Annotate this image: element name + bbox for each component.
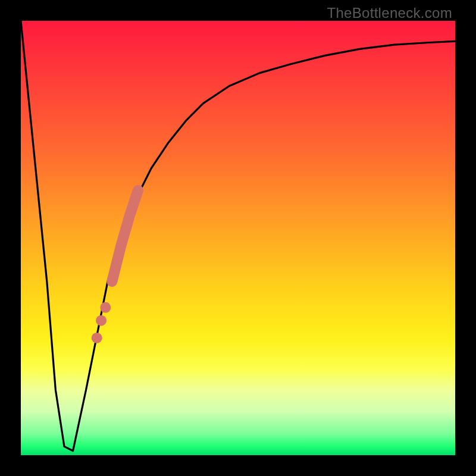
watermark-text: TheBottleneck.com <box>327 5 452 21</box>
curve-path <box>21 21 455 451</box>
bottleneck-curve <box>21 21 455 451</box>
chart-frame: TheBottleneck.com <box>0 0 476 476</box>
marker-dot <box>92 333 102 343</box>
marker-dot <box>100 302 111 313</box>
marker-dot <box>96 315 107 326</box>
chart-svg <box>21 21 455 455</box>
plot-area <box>21 21 455 455</box>
marker-segment <box>112 190 138 281</box>
highlight-markers <box>92 190 138 343</box>
